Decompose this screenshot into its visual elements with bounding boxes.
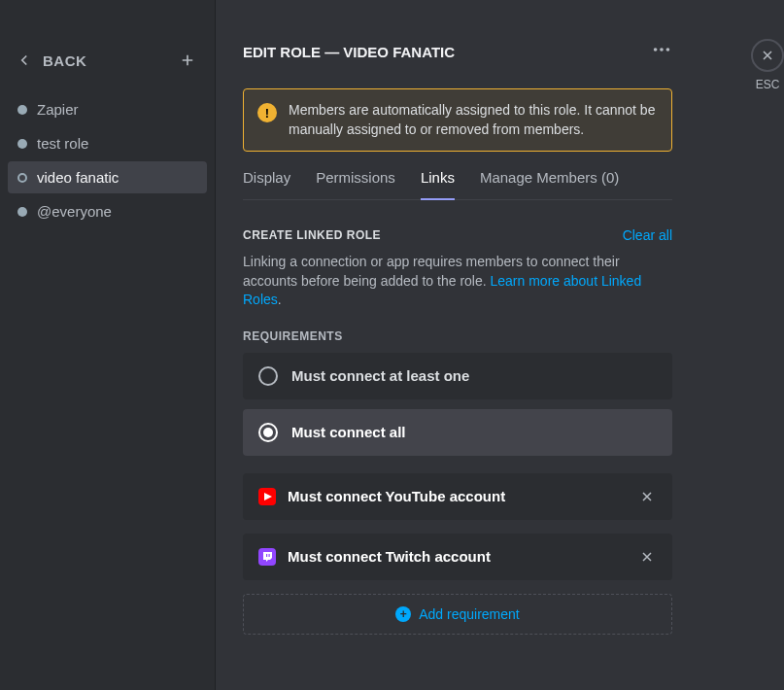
role-color-dot [17, 207, 27, 217]
back-label: BACK [43, 52, 86, 69]
sidebar-header: BACK [8, 49, 207, 86]
requirements-heading: REQUIREMENTS [243, 329, 672, 343]
arrow-left-icon [16, 52, 33, 69]
esc-label: ESC [756, 78, 780, 91]
roles-sidebar: BACK Zapier test role video fanatic @eve… [0, 0, 216, 690]
youtube-icon [258, 488, 276, 505]
back-button[interactable]: BACK [16, 52, 86, 69]
role-item-video-fanatic[interactable]: video fanatic [8, 161, 207, 193]
role-label: @everyone [37, 203, 112, 220]
remove-requirement-button[interactable] [637, 487, 657, 506]
role-color-dot [17, 139, 27, 149]
svg-point-2 [666, 48, 670, 52]
role-tabs: Display Permissions Links Manage Members… [243, 169, 672, 200]
clear-all-link[interactable]: Clear all [623, 227, 672, 243]
requirements-mode-group: Must connect at least one Must connect a… [243, 353, 672, 456]
tab-display[interactable]: Display [243, 169, 290, 199]
radio-icon [258, 423, 278, 442]
plus-icon [179, 52, 196, 69]
requirement-label: Must connect Twitch account [288, 548, 491, 565]
role-item-zapier[interactable]: Zapier [8, 93, 207, 125]
requirement-label: Must connect YouTube account [288, 488, 505, 504]
role-label: test role [37, 135, 88, 152]
page-title: EDIT ROLE — VIDEO FANATIC [243, 44, 455, 60]
svg-marker-3 [264, 493, 272, 500]
close-button[interactable] [751, 39, 784, 72]
radio-label: Must connect at least one [291, 367, 469, 384]
radio-connect-at-least-one[interactable]: Must connect at least one [243, 353, 672, 399]
role-item-test-role[interactable]: test role [8, 127, 207, 159]
tab-manage-members[interactable]: Manage Members (0) [480, 169, 619, 199]
add-requirement-label: Add requirement [419, 606, 520, 622]
svg-rect-4 [266, 554, 267, 557]
main-panel: EDIT ROLE — VIDEO FANATIC ! Members are … [216, 0, 784, 690]
main-header: EDIT ROLE — VIDEO FANATIC [243, 39, 672, 65]
role-list: Zapier test role video fanatic @everyone [8, 93, 207, 227]
close-panel: ESC [751, 39, 784, 91]
role-item-everyone[interactable]: @everyone [8, 195, 207, 227]
svg-point-1 [660, 48, 664, 52]
radio-connect-all[interactable]: Must connect all [243, 409, 672, 456]
more-horizontal-icon [651, 39, 672, 60]
create-linked-role-heading: CREATE LINKED ROLE [243, 228, 381, 242]
svg-rect-5 [269, 554, 270, 557]
radio-label: Must connect all [291, 424, 406, 440]
overflow-menu-button[interactable] [651, 39, 672, 65]
linked-role-header: CREATE LINKED ROLE Clear all [243, 227, 672, 243]
close-icon [760, 48, 775, 63]
add-requirement-button[interactable]: + Add requirement [243, 594, 672, 635]
warning-icon: ! [257, 103, 277, 122]
svg-point-0 [654, 48, 658, 52]
linked-role-description: Linking a connection or app requires mem… [243, 253, 672, 310]
tab-permissions[interactable]: Permissions [316, 169, 395, 199]
twitch-icon [258, 548, 276, 566]
role-color-dot [17, 173, 27, 183]
remove-requirement-button[interactable] [637, 547, 657, 567]
auto-assign-notice: ! Members are automatically assigned to … [243, 88, 672, 152]
requirement-youtube: Must connect YouTube account [243, 473, 672, 520]
plus-circle-icon: + [395, 606, 411, 622]
add-role-button[interactable] [176, 49, 199, 72]
role-label: Zapier [37, 101, 79, 118]
requirement-twitch: Must connect Twitch account [243, 534, 672, 580]
role-color-dot [17, 105, 27, 115]
notice-text: Members are automatically assigned to th… [289, 101, 658, 139]
close-icon [639, 489, 655, 504]
tab-links[interactable]: Links [421, 169, 455, 199]
role-label: video fanatic [37, 169, 119, 186]
close-icon [639, 549, 655, 565]
radio-icon [258, 366, 278, 386]
